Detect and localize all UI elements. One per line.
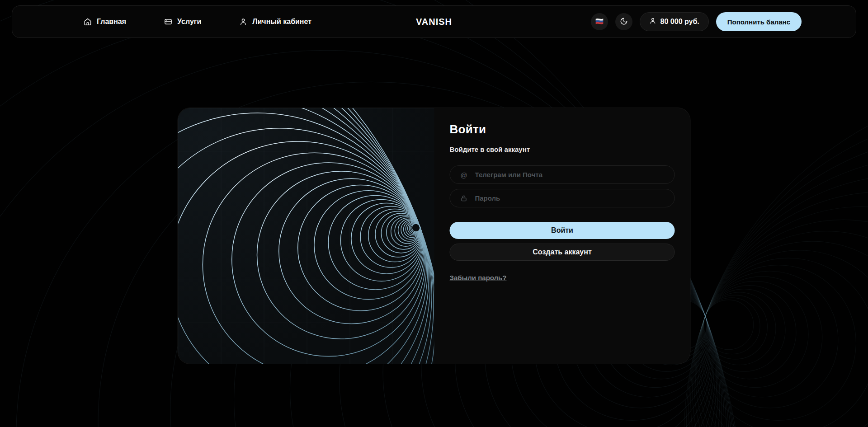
topup-balance-button[interactable]: Пополнить баланс [716, 12, 802, 31]
lock-icon [461, 195, 467, 202]
header-controls: 80 000 руб. Пополнить баланс [591, 6, 802, 38]
login-form: Войти Войдите в свой аккаунт @ [434, 108, 690, 364]
login-fields: @ [450, 165, 675, 207]
balance-chip[interactable]: 80 000 руб. [640, 12, 709, 31]
login-submit-button[interactable]: Войти [450, 222, 675, 239]
login-title: Войти [450, 122, 675, 136]
at-sign-icon: @ [461, 171, 467, 178]
password-input[interactable] [450, 189, 675, 207]
main-nav: Главная Услуги Личный кабинет [84, 6, 311, 38]
forgot-password-link[interactable]: Забыли пароль? [450, 274, 507, 282]
login-card-artwork [178, 108, 434, 364]
user-icon [649, 17, 656, 26]
top-nav-bar: Главная Услуги Личный кабинет [12, 5, 856, 38]
brand-logo: VANISH [416, 17, 452, 27]
create-account-button[interactable]: Создать аккаунт [450, 244, 675, 261]
balance-value: 80 000 руб. [660, 18, 699, 26]
nav-item-account[interactable]: Личный кабинет [239, 18, 311, 26]
theme-toggle-button[interactable] [615, 13, 632, 30]
nav-item-home[interactable]: Главная [84, 18, 126, 26]
password-field-wrap [450, 189, 675, 207]
server-icon [164, 18, 172, 26]
identifier-input[interactable] [450, 165, 675, 184]
nav-item-label: Услуги [177, 18, 201, 26]
nav-item-services[interactable]: Услуги [164, 18, 201, 26]
moon-icon [620, 17, 628, 27]
user-icon [239, 18, 247, 26]
swirl-line-art [178, 108, 434, 364]
login-card: Войти Войдите в свой аккаунт @ [178, 108, 691, 364]
language-button[interactable] [591, 13, 608, 30]
ru-flag-icon [595, 17, 604, 27]
login-subtitle: Войдите в свой аккаунт [450, 145, 675, 153]
home-icon [84, 18, 92, 26]
nav-item-label: Личный кабинет [252, 18, 311, 26]
identifier-field-wrap: @ [450, 165, 675, 184]
nav-item-label: Главная [97, 18, 126, 26]
